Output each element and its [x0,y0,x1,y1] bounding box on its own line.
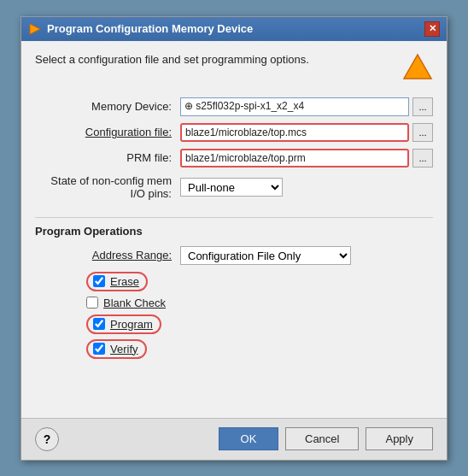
blank-check-row: Blank Check [86,297,433,309]
config-file-label: Configuration file: [35,126,180,138]
blank-check-checkbox[interactable] [86,297,98,309]
button-bar: ? OK Cancel Apply [21,418,447,460]
program-ops-title: Program Operations [35,225,433,238]
title-bar-left: Program Configuration Memory Device [28,22,253,36]
close-button[interactable]: ✕ [424,21,440,37]
prm-file-input[interactable]: blaze1/microblaze/top.prm [180,149,409,167]
svg-marker-1 [404,55,431,79]
header-text: Select a configuration file and set prog… [35,53,309,66]
verify-label[interactable]: Verify [110,343,138,356]
help-button[interactable]: ? [35,427,59,451]
program-checkbox[interactable] [93,318,105,330]
verify-checkbox[interactable] [93,343,105,355]
form-fields: Memory Device: ⊕ s25fl032p-spi-x1_x2_x4 … [35,97,433,200]
dialog-body: Select a configuration file and set prog… [21,41,447,418]
dialog-icon [28,22,42,36]
checkbox-group: Erase Blank Check Program Verify [86,272,433,359]
program-operations-section: Program Operations Address Range: Config… [35,225,433,359]
title-bar: Program Configuration Memory Device ✕ [21,17,447,41]
cancel-button[interactable]: Cancel [285,427,359,450]
state-select[interactable]: Pull-none Pull-up Pull-down [180,178,283,197]
config-file-input[interactable]: blaze1/microblaze/top.mcs [180,123,409,142]
apply-button[interactable]: Apply [366,427,433,450]
address-range-label: Address Range: [35,249,180,262]
erase-label[interactable]: Erase [110,275,139,288]
divider [35,217,433,218]
program-label[interactable]: Program [110,318,153,331]
memory-device-browse[interactable]: ... [412,97,433,116]
program-row: Program [86,314,161,334]
ops-form: Address Range: Configuration File Only E… [35,246,433,265]
brand-logo [402,53,433,84]
dialog-title: Program Configuration Memory Device [47,22,253,35]
header-section: Select a configuration file and set prog… [35,53,433,84]
memory-device-label: Memory Device: [35,100,180,113]
address-range-select[interactable]: Configuration File Only Entire Configura… [180,246,351,265]
memory-device-value: ⊕ s25fl032p-spi-x1_x2_x4 [180,97,409,116]
verify-row: Verify [86,339,147,359]
svg-marker-0 [30,24,40,34]
config-file-browse[interactable]: ... [412,123,433,142]
erase-row: Erase [86,272,148,291]
dialog-window: Program Configuration Memory Device ✕ Se… [20,16,448,461]
prm-file-browse[interactable]: ... [412,149,433,167]
blank-check-label[interactable]: Blank Check [103,297,166,309]
erase-checkbox[interactable] [93,275,105,287]
ok-button[interactable]: OK [219,427,278,450]
prm-file-label: PRM file: [35,151,180,164]
state-label: State of non-config mem I/O pins: [35,174,180,200]
